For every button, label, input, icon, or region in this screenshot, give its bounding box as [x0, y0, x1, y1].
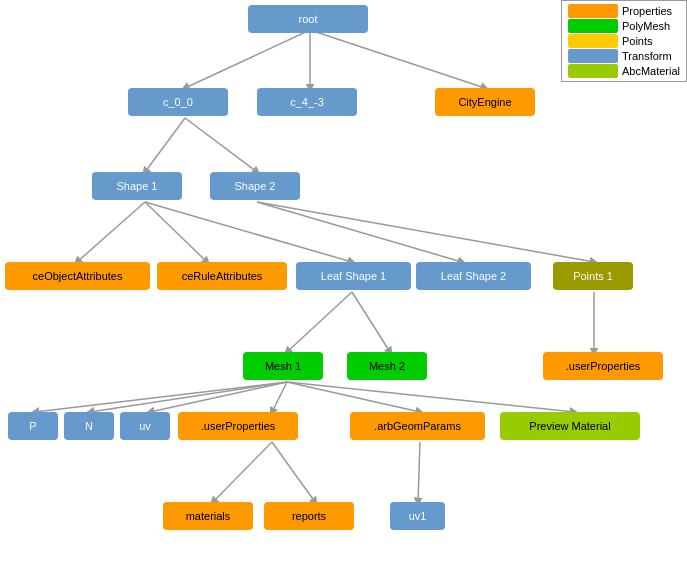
shape2-node: Shape 2 [210, 172, 300, 200]
svg-line-7 [145, 202, 352, 262]
svg-line-20 [272, 442, 315, 502]
svg-line-21 [418, 442, 420, 502]
ce-rule-node: ceRuleAttributes [157, 262, 287, 290]
legend-properties-label: Properties [622, 5, 672, 17]
materials-node: materials [163, 502, 253, 530]
svg-line-18 [287, 382, 574, 412]
arb-geom-node: .arbGeomParams [350, 412, 485, 440]
city-engine-node: CityEngine [435, 88, 535, 116]
ce-object-node: ceObjectAttributes [5, 262, 150, 290]
legend-points-color [568, 34, 618, 48]
svg-line-4 [185, 118, 257, 172]
legend-polymesh-label: PolyMesh [622, 20, 670, 32]
legend-transform-label: Transform [622, 50, 672, 62]
svg-line-2 [310, 30, 485, 88]
root-node: root [248, 5, 368, 33]
uv-node: uv [120, 412, 170, 440]
mesh2-node: Mesh 2 [347, 352, 427, 380]
user-props-node: .userProperties [178, 412, 298, 440]
svg-line-5 [77, 202, 145, 262]
points1-node: Points 1 [553, 262, 633, 290]
legend-abcmaterial-label: AbcMaterial [622, 65, 680, 77]
svg-line-10 [287, 292, 352, 352]
svg-line-0 [185, 30, 310, 88]
legend-points-label: Points [622, 35, 653, 47]
svg-line-17 [287, 382, 420, 412]
svg-line-11 [352, 292, 390, 352]
user-props-right-node: .userProperties [543, 352, 663, 380]
svg-line-8 [257, 202, 462, 262]
leaf-shape1-node: Leaf Shape 1 [296, 262, 411, 290]
leaf-shape2-node: Leaf Shape 2 [416, 262, 531, 290]
c-4--3-node: c_4_-3 [257, 88, 357, 116]
legend: Properties PolyMesh Points Transform Abc… [561, 0, 687, 82]
svg-line-16 [272, 382, 287, 412]
legend-transform-color [568, 49, 618, 63]
uv1-node: uv1 [390, 502, 445, 530]
preview-material-node: Preview Material [500, 412, 640, 440]
svg-line-19 [213, 442, 272, 502]
reports-node: reports [264, 502, 354, 530]
n-node: N [64, 412, 114, 440]
legend-polymesh-color [568, 19, 618, 33]
legend-abcmaterial-color [568, 64, 618, 78]
legend-properties-color [568, 4, 618, 18]
svg-line-13 [35, 382, 287, 412]
svg-line-14 [90, 382, 287, 412]
c-0-0-node: c_0_0 [128, 88, 228, 116]
p-node: P [8, 412, 58, 440]
svg-line-9 [257, 202, 594, 262]
svg-line-6 [145, 202, 207, 262]
svg-line-15 [150, 382, 287, 412]
svg-line-3 [145, 118, 185, 172]
mesh1-node: Mesh 1 [243, 352, 323, 380]
shape1-node: Shape 1 [92, 172, 182, 200]
